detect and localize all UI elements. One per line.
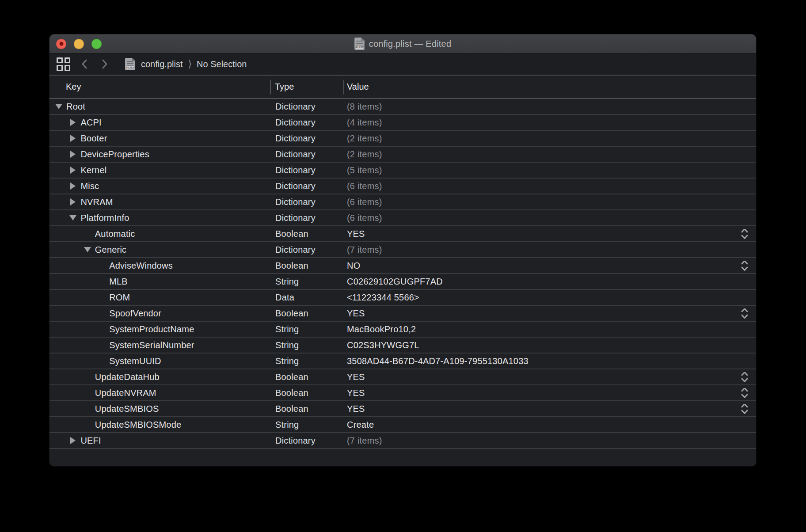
- row-type[interactable]: Dictionary: [270, 165, 343, 175]
- zoom-button[interactable]: [91, 39, 102, 49]
- row-key[interactable]: UpdateSMBIOSMode: [95, 420, 182, 430]
- disclosure-triangle-icon[interactable]: [69, 437, 80, 444]
- row-key[interactable]: Misc: [80, 181, 99, 191]
- table-row[interactable]: MiscDictionary(6 items): [49, 179, 756, 194]
- row-type[interactable]: Dictionary: [270, 102, 343, 112]
- row-key[interactable]: UpdateDataHub: [95, 372, 160, 382]
- column-header-type[interactable]: Type: [270, 76, 343, 98]
- value-stepper[interactable]: [741, 388, 748, 398]
- row-type[interactable]: Dictionary: [270, 149, 343, 160]
- disclosure-triangle-icon[interactable]: [69, 167, 80, 174]
- row-type[interactable]: String: [270, 420, 343, 430]
- table-row[interactable]: UpdateNVRAMBooleanYES: [49, 385, 756, 401]
- row-key[interactable]: SystemUUID: [109, 356, 161, 366]
- row-type[interactable]: Dictionary: [270, 118, 343, 128]
- row-key[interactable]: Generic: [95, 245, 126, 255]
- value-stepper[interactable]: [741, 261, 748, 271]
- row-type[interactable]: Boolean: [270, 229, 343, 239]
- table-row[interactable]: AutomaticBooleanYES: [49, 226, 756, 242]
- row-key[interactable]: MLB: [109, 277, 128, 287]
- column-header-value[interactable]: Value: [343, 76, 756, 98]
- table-row[interactable]: ACPIDictionary(4 items): [49, 115, 756, 131]
- row-value[interactable]: (6 items): [347, 213, 382, 223]
- row-value[interactable]: YES: [347, 229, 365, 239]
- disclosure-triangle-icon[interactable]: [69, 119, 80, 126]
- breadcrumb-selection[interactable]: No Selection: [197, 59, 247, 69]
- row-value[interactable]: (7 items): [347, 245, 382, 255]
- disclosure-triangle-icon[interactable]: [55, 104, 66, 109]
- row-value[interactable]: C02629102GUGPF7AD: [347, 277, 443, 286]
- disclosure-triangle-icon[interactable]: [69, 151, 80, 158]
- related-items-icon[interactable]: [57, 57, 70, 71]
- table-row[interactable]: SystemUUIDString3508AD44-B67D-4AD7-A109-…: [49, 353, 756, 369]
- table-row[interactable]: SpoofVendorBooleanYES: [49, 306, 756, 322]
- row-value[interactable]: (8 items): [347, 102, 382, 111]
- row-type[interactable]: Boolean: [270, 261, 343, 271]
- table-row[interactable]: UpdateSMBIOSBooleanYES: [49, 401, 756, 417]
- disclosure-triangle-icon[interactable]: [69, 215, 80, 220]
- disclosure-triangle-icon[interactable]: [69, 182, 80, 190]
- column-header-key[interactable]: Key: [49, 76, 270, 98]
- table-row[interactable]: NVRAMDictionary(6 items): [49, 194, 756, 210]
- row-key[interactable]: UpdateSMBIOS: [95, 404, 159, 414]
- row-key[interactable]: SpoofVendor: [109, 308, 161, 319]
- row-type[interactable]: Data: [270, 293, 343, 303]
- table-row[interactable]: ROMData<11223344 5566>: [49, 290, 756, 306]
- row-value[interactable]: 3508AD44-B67D-4AD7-A109-7955130A1033: [347, 356, 528, 366]
- row-value[interactable]: C02S3HYWGG7L: [347, 340, 419, 350]
- close-button[interactable]: [56, 39, 66, 49]
- row-key[interactable]: Root: [66, 102, 85, 112]
- row-value[interactable]: (6 items): [347, 197, 382, 207]
- row-key[interactable]: UpdateNVRAM: [95, 388, 156, 398]
- row-value[interactable]: (4 items): [347, 118, 382, 127]
- row-type[interactable]: Dictionary: [270, 245, 343, 255]
- row-value[interactable]: YES: [347, 308, 365, 318]
- table-row[interactable]: SystemProductNameStringMacBookPro10,2: [49, 322, 756, 338]
- row-type[interactable]: Dictionary: [270, 436, 343, 446]
- forward-button[interactable]: [100, 57, 109, 71]
- table-row[interactable]: SystemSerialNumberStringC02S3HYWGG7L: [49, 338, 756, 353]
- table-row[interactable]: KernelDictionary(5 items): [49, 163, 756, 179]
- table-row[interactable]: UpdateDataHubBooleanYES: [49, 369, 756, 385]
- breadcrumb-file[interactable]: config.plist: [141, 59, 183, 69]
- row-type[interactable]: String: [270, 324, 343, 334]
- row-value[interactable]: <11223344 5566>: [347, 293, 419, 302]
- row-value[interactable]: (2 items): [347, 149, 382, 159]
- row-type[interactable]: Boolean: [270, 308, 343, 319]
- row-key[interactable]: SystemSerialNumber: [109, 340, 194, 350]
- disclosure-triangle-icon[interactable]: [69, 198, 80, 205]
- value-stepper[interactable]: [741, 229, 748, 239]
- table-row[interactable]: UpdateSMBIOSModeStringCreate: [49, 417, 756, 433]
- row-type[interactable]: Boolean: [270, 404, 343, 414]
- row-key[interactable]: AdviseWindows: [109, 261, 173, 271]
- row-key[interactable]: DeviceProperties: [80, 149, 149, 160]
- table-row[interactable]: UEFIDictionary(7 items): [49, 433, 756, 449]
- row-value[interactable]: NO: [347, 261, 360, 270]
- value-stepper[interactable]: [741, 404, 748, 414]
- value-stepper[interactable]: [741, 372, 748, 382]
- row-type[interactable]: String: [270, 340, 343, 350]
- table-row[interactable]: GenericDictionary(7 items): [49, 242, 756, 258]
- minimize-button[interactable]: [74, 39, 84, 49]
- row-key[interactable]: Kernel: [80, 165, 106, 175]
- value-stepper[interactable]: [741, 308, 748, 319]
- row-type[interactable]: String: [270, 277, 343, 287]
- table-row[interactable]: RootDictionary(8 items): [49, 99, 756, 115]
- table-row[interactable]: DevicePropertiesDictionary(2 items): [49, 147, 756, 163]
- row-value[interactable]: (7 items): [347, 436, 382, 445]
- back-button[interactable]: [80, 57, 89, 71]
- table-row[interactable]: BooterDictionary(2 items): [49, 131, 756, 147]
- table-row[interactable]: MLBStringC02629102GUGPF7AD: [49, 274, 756, 290]
- row-key[interactable]: ACPI: [80, 118, 101, 128]
- row-key[interactable]: UEFI: [80, 436, 101, 446]
- disclosure-triangle-icon[interactable]: [84, 247, 95, 252]
- row-value[interactable]: YES: [347, 404, 365, 414]
- row-value[interactable]: (2 items): [347, 133, 382, 143]
- row-type[interactable]: Boolean: [270, 372, 343, 382]
- row-value[interactable]: MacBookPro10,2: [347, 324, 416, 334]
- row-type[interactable]: Boolean: [270, 388, 343, 398]
- row-type[interactable]: Dictionary: [270, 213, 343, 223]
- row-type[interactable]: Dictionary: [270, 197, 343, 207]
- row-key[interactable]: NVRAM: [80, 197, 113, 207]
- row-value[interactable]: YES: [347, 388, 365, 398]
